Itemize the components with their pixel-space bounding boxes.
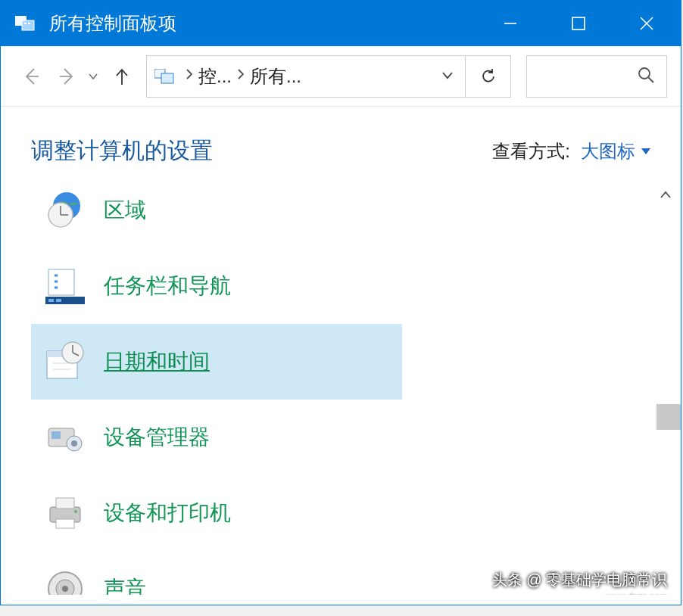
search-box[interactable] — [526, 55, 667, 98]
svg-point-13 — [639, 68, 650, 79]
forward-button[interactable] — [51, 60, 84, 93]
address-bar[interactable]: 控... 所有... — [146, 55, 466, 98]
item-label: 区域 — [104, 196, 146, 225]
breadcrumb-seg-1[interactable]: 控... — [198, 64, 232, 89]
scrollbar-thumb[interactable] — [656, 404, 681, 430]
svg-rect-24 — [48, 299, 54, 302]
maximize-button[interactable] — [544, 1, 613, 46]
item-label: 日期和时间 — [104, 347, 210, 376]
minimize-button[interactable] — [476, 1, 544, 46]
control-panel-window: 所有控制面板项 — [0, 0, 681, 605]
item-label: 设备和打印机 — [104, 499, 231, 527]
svg-point-43 — [62, 586, 68, 592]
close-button[interactable] — [613, 1, 681, 46]
svg-point-36 — [71, 440, 77, 446]
item-sound[interactable]: 声音 — [31, 551, 402, 595]
taskbar-icon — [39, 263, 92, 309]
viewby-dropdown[interactable]: 大图标 — [581, 139, 650, 163]
breadcrumb-sep-icon — [236, 67, 245, 85]
viewby-label: 查看方式: — [492, 139, 570, 163]
svg-rect-3 — [28, 23, 30, 24]
svg-line-14 — [648, 77, 653, 82]
search-icon — [636, 65, 656, 88]
refresh-button[interactable] — [466, 55, 511, 98]
item-label: 设备管理器 — [104, 423, 210, 452]
item-datetime[interactable]: 日期和时间 — [31, 324, 402, 400]
control-panel-small-icon — [154, 68, 174, 85]
svg-rect-12 — [161, 73, 173, 83]
chevron-down-icon — [641, 148, 650, 154]
item-devices-printers[interactable]: 设备和打印机 — [31, 475, 402, 551]
viewby-value: 大图标 — [581, 139, 635, 163]
scroll-up-button[interactable] — [655, 185, 676, 206]
item-device-manager[interactable]: 设备管理器 — [31, 400, 402, 475]
watermark-text: 头条 @ 零基础学电脑常识 — [492, 570, 667, 590]
region-icon — [39, 188, 92, 233]
sound-icon — [39, 566, 92, 595]
window-title: 所有控制面板项 — [49, 11, 476, 36]
watermark-url: www.dnzp.com — [606, 592, 667, 595]
up-button[interactable] — [105, 60, 139, 93]
items-area: 区域 任务栏和导航 — [1, 180, 681, 595]
item-label: 声音 — [104, 574, 146, 595]
address-dropdown[interactable] — [441, 68, 454, 85]
printer-icon — [39, 490, 92, 536]
datetime-icon — [39, 339, 92, 384]
item-taskbar[interactable]: 任务栏和导航 — [31, 248, 402, 324]
svg-rect-5 — [572, 17, 585, 30]
svg-rect-2 — [24, 23, 27, 24]
page-heading: 调整计算机的设置 — [31, 135, 492, 166]
svg-rect-25 — [56, 299, 61, 302]
svg-point-40 — [74, 510, 77, 513]
item-label: 任务栏和导航 — [104, 272, 231, 300]
breadcrumb-seg-2[interactable]: 所有... — [250, 64, 301, 89]
item-region[interactable]: 区域 — [31, 180, 402, 248]
back-button[interactable] — [14, 60, 48, 93]
svg-rect-34 — [51, 431, 61, 439]
content-header: 调整计算机的设置 查看方式: 大图标 — [1, 107, 681, 180]
svg-rect-38 — [56, 498, 74, 509]
recent-dropdown[interactable] — [87, 60, 99, 93]
svg-rect-19 — [48, 269, 74, 295]
app-icon — [14, 15, 36, 32]
svg-rect-39 — [56, 519, 74, 528]
titlebar: 所有控制面板项 — [1, 1, 681, 46]
svg-rect-1 — [22, 20, 34, 30]
nav-toolbar: 控... 所有... — [1, 46, 681, 107]
breadcrumb-sep-icon — [185, 67, 194, 85]
device-manager-icon — [39, 415, 92, 460]
